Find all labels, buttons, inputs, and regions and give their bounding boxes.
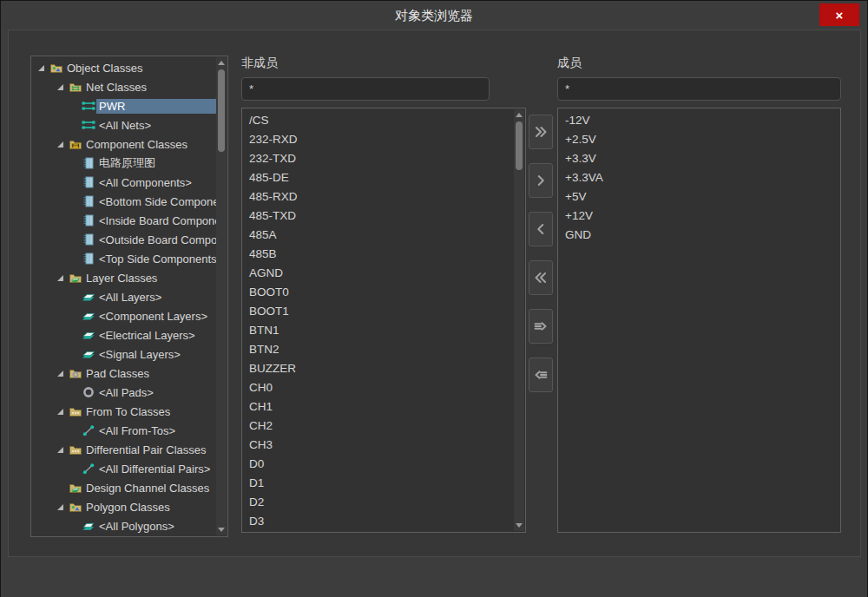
fromto-icon bbox=[81, 423, 96, 437]
member-item-2-5v[interactable]: +2.5V bbox=[558, 130, 828, 149]
nonmembers-list: /CS232-RXD232-TXD485-DE485-RXD485-TXD485… bbox=[241, 108, 526, 533]
tree-item-top-side-components[interactable]: <Top Side Components> bbox=[31, 249, 216, 268]
tree-scrollbar-thumb[interactable] bbox=[218, 69, 225, 152]
tree-item-all-components[interactable]: <All Components> bbox=[31, 173, 216, 192]
net-icon bbox=[81, 99, 96, 113]
tree-item-label: <Bottom Side Components> bbox=[96, 194, 216, 209]
right-chevron-icon bbox=[531, 171, 550, 190]
move-matching-left-button[interactable] bbox=[529, 358, 553, 392]
folder-layer-icon bbox=[68, 271, 83, 285]
nonmember-item-d0[interactable]: D0 bbox=[242, 455, 513, 474]
tree-item-pad-classes[interactable]: Pad Classes bbox=[31, 364, 216, 383]
member-item-gnd[interactable]: GND bbox=[558, 226, 828, 245]
nonmember-item-buzzer[interactable]: BUZZER bbox=[242, 359, 513, 378]
tree-item-differential-pair-classes[interactable]: Differential Pair Classes bbox=[31, 440, 216, 459]
tree-item-design-channel-classes[interactable]: Design Channel Classes bbox=[31, 478, 216, 497]
nonmember-item-232-txd[interactable]: 232-TXD bbox=[242, 149, 513, 168]
expand-arrow-icon[interactable] bbox=[56, 501, 68, 513]
dbl-right-chevron-icon bbox=[531, 122, 550, 141]
nonmember-item-232-rxd[interactable]: 232-RXD bbox=[242, 130, 513, 149]
tree-item-signal-layers[interactable]: <Signal Layers> bbox=[31, 344, 216, 364]
nonmember-item-agnd[interactable]: AGND bbox=[242, 264, 513, 283]
nonmembers-filter-input[interactable]: * bbox=[241, 77, 490, 101]
nonmember-item-ch2[interactable]: CH2 bbox=[242, 417, 513, 436]
move-left-button[interactable] bbox=[529, 212, 553, 246]
nonmembers-scrollbar[interactable] bbox=[514, 109, 524, 531]
tree-item-inside-board-components[interactable]: <Inside Board Components> bbox=[31, 211, 216, 230]
close-button[interactable]: × bbox=[819, 3, 859, 26]
tree-item-pwr[interactable]: PWR bbox=[31, 96, 216, 115]
tree-item-all-pads[interactable]: <All Pads> bbox=[31, 383, 216, 402]
member-item-5v[interactable]: +5V bbox=[558, 187, 828, 207]
tree-item-outside-board-components[interactable]: <Outside Board Components> bbox=[31, 230, 216, 249]
tree-item-item[interactable]: 电路原理图 bbox=[31, 154, 216, 173]
expand-arrow-icon[interactable] bbox=[56, 138, 68, 150]
indent-spacer bbox=[75, 386, 81, 398]
scroll-down-icon[interactable] bbox=[515, 521, 523, 529]
nonmember-item-d2[interactable]: D2 bbox=[242, 493, 513, 512]
nonmember-item-485-rxd[interactable]: 485-RXD bbox=[242, 187, 513, 207]
move-all-right-button[interactable] bbox=[529, 115, 553, 149]
chip-icon bbox=[81, 156, 96, 170]
members-filter-input[interactable]: * bbox=[557, 77, 841, 101]
nonmember-item-d3[interactable]: D3 bbox=[242, 512, 513, 531]
tree-item-polygon-classes[interactable]: Polygon Classes bbox=[31, 497, 216, 516]
tree-item-component-layers[interactable]: <Component Layers> bbox=[31, 306, 216, 325]
expand-arrow-icon[interactable] bbox=[56, 81, 68, 93]
tree-item-object-classes[interactable]: Object Classes bbox=[31, 58, 216, 77]
scroll-up-icon[interactable] bbox=[217, 59, 226, 68]
expand-arrow-icon[interactable] bbox=[56, 405, 68, 417]
expand-arrow-icon[interactable] bbox=[36, 62, 49, 74]
nonmembers-filter-value: * bbox=[249, 82, 253, 95]
footer-bar: 元件类生成器 (G)... 确定 取消 bbox=[1, 557, 867, 597]
nonmember-item-485-de[interactable]: 485-DE bbox=[242, 168, 513, 187]
nonmember-item-485-txd[interactable]: 485-TXD bbox=[242, 207, 513, 226]
nonmember-item-ch1[interactable]: CH1 bbox=[242, 397, 513, 417]
member-item-12v[interactable]: +12V bbox=[558, 207, 828, 226]
tree-item-component-classes[interactable]: Component Classes bbox=[31, 134, 216, 154]
tree-item-label: <Signal Layers> bbox=[96, 347, 216, 362]
nonmember-item-btn1[interactable]: BTN1 bbox=[242, 321, 513, 340]
nonmember-item-boot0[interactable]: BOOT0 bbox=[242, 283, 513, 302]
tree-item-all-differential-pairs[interactable]: <All Differential Pairs> bbox=[31, 459, 216, 478]
tree-item-label: <All Polygons> bbox=[96, 519, 216, 534]
tree-item-all-layers[interactable]: <All Layers> bbox=[31, 287, 216, 306]
nonmember-item-btn2[interactable]: BTN2 bbox=[242, 340, 513, 359]
nonmember-item-ch3[interactable]: CH3 bbox=[242, 436, 513, 455]
tree-item-all-polygons[interactable]: <All Polygons> bbox=[31, 516, 216, 535]
layer-icon bbox=[81, 328, 96, 342]
move-all-left-button[interactable] bbox=[529, 260, 553, 295]
tree-item-label: <Component Layers> bbox=[96, 309, 216, 324]
member-item-3-3v[interactable]: +3.3V bbox=[558, 149, 828, 168]
scroll-up-icon[interactable] bbox=[515, 111, 523, 120]
move-matching-right-button[interactable] bbox=[529, 309, 553, 344]
close-icon: × bbox=[836, 9, 844, 22]
scroll-down-icon[interactable] bbox=[217, 525, 226, 534]
expand-arrow-icon[interactable] bbox=[56, 367, 68, 379]
tree-item-all-from-tos[interactable]: <All From-Tos> bbox=[31, 421, 216, 440]
tree-item-label: <Electrical Layers> bbox=[96, 328, 216, 343]
tree-item-from-to-classes[interactable]: From To Classes bbox=[31, 402, 216, 421]
nonmember-item-485a[interactable]: 485A bbox=[242, 226, 513, 245]
tree-item-bottom-side-components[interactable]: <Bottom Side Components> bbox=[31, 192, 216, 211]
nonmember-item-485b[interactable]: 485B bbox=[242, 245, 513, 264]
folder-image-icon bbox=[49, 61, 64, 75]
nonmember-item-ch0[interactable]: CH0 bbox=[242, 378, 513, 397]
move-right-button[interactable] bbox=[529, 163, 553, 198]
tree-item-layer-classes[interactable]: Layer Classes bbox=[31, 268, 216, 287]
tree-item-electrical-layers[interactable]: <Electrical Layers> bbox=[31, 325, 216, 344]
nonmember-item-boot1[interactable]: BOOT1 bbox=[242, 302, 513, 321]
tree-item-label: <All Differential Pairs> bbox=[96, 462, 216, 476]
member-item-3-3va[interactable]: +3.3VA bbox=[558, 168, 828, 187]
nonmember-item-d1[interactable]: D1 bbox=[242, 474, 513, 493]
tree-scrollbar[interactable] bbox=[216, 57, 227, 535]
expand-arrow-icon[interactable] bbox=[56, 443, 68, 456]
tree-item-net-classes[interactable]: Net Classes bbox=[31, 77, 216, 96]
nonmembers-scrollbar-thumb[interactable] bbox=[516, 121, 523, 170]
nonmember-item-cs[interactable]: /CS bbox=[242, 111, 513, 130]
members-label: 成员 bbox=[557, 54, 582, 71]
member-item-12v[interactable]: -12V bbox=[558, 111, 828, 130]
tree-item-all-nets[interactable]: <All Nets> bbox=[31, 115, 216, 134]
expand-arrow-icon[interactable] bbox=[56, 272, 68, 284]
tree-item-label: 电路原理图 bbox=[96, 154, 216, 172]
